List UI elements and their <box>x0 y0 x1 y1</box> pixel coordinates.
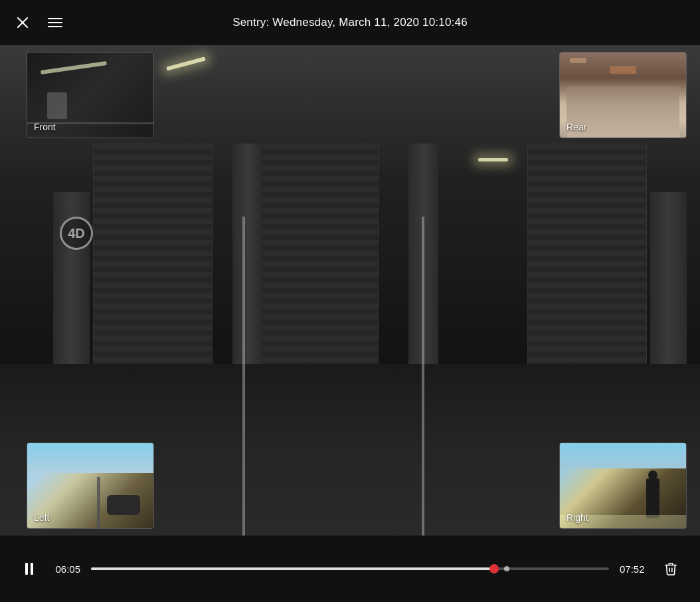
progress-fill <box>91 567 495 570</box>
front-camera-thumbnail[interactable]: Front <box>27 52 154 138</box>
menu-icon-line3 <box>48 26 62 27</box>
play-pause-button[interactable] <box>19 558 40 579</box>
front-light <box>41 61 107 74</box>
top-bar: Sentry: Wednesday, March 11, 2020 10:10:… <box>0 0 700 45</box>
menu-icon-line1 <box>48 18 62 19</box>
video-controls: 06:05 07:52 <box>0 536 700 602</box>
progress-bar[interactable] <box>91 567 609 570</box>
right-camera-label: Right <box>567 512 588 523</box>
overhead-light-2 <box>478 158 508 161</box>
rear-tesla-logo <box>610 66 636 74</box>
camera-pole-1 <box>242 217 245 536</box>
progress-handle[interactable] <box>489 564 499 573</box>
rear-camera-thumbnail[interactable]: Rear <box>559 52 687 138</box>
delete-button[interactable] <box>660 558 681 579</box>
close-button[interactable] <box>13 13 32 32</box>
left-camera-label: Left <box>34 512 49 523</box>
pause-bar-left <box>25 563 28 575</box>
left-sky <box>27 443 153 473</box>
video-title: Sentry: Wednesday, March 11, 2020 10:10:… <box>232 16 468 29</box>
rear-camera-label: Rear <box>567 122 586 132</box>
front-structure <box>47 92 67 119</box>
current-time: 06:05 <box>50 563 80 575</box>
main-video-area: 4D Front Rear Left <box>0 45 700 536</box>
level-sign: 4D <box>60 217 93 250</box>
left-pole <box>97 477 100 528</box>
trash-icon <box>663 561 678 576</box>
progress-dot <box>504 566 509 571</box>
menu-icon-line2 <box>48 22 62 23</box>
right-sky <box>560 443 686 468</box>
camera-pole-2 <box>422 217 424 536</box>
left-camera-thumbnail[interactable]: Left <box>27 443 154 529</box>
menu-button[interactable] <box>45 15 65 30</box>
rear-text <box>570 58 586 63</box>
person-body <box>646 478 659 518</box>
pause-bar-right <box>31 563 33 575</box>
left-car <box>107 495 140 515</box>
front-camera-label: Front <box>34 122 56 132</box>
right-camera-thumbnail[interactable]: Right <box>559 443 687 529</box>
total-time: 07:52 <box>620 563 650 575</box>
